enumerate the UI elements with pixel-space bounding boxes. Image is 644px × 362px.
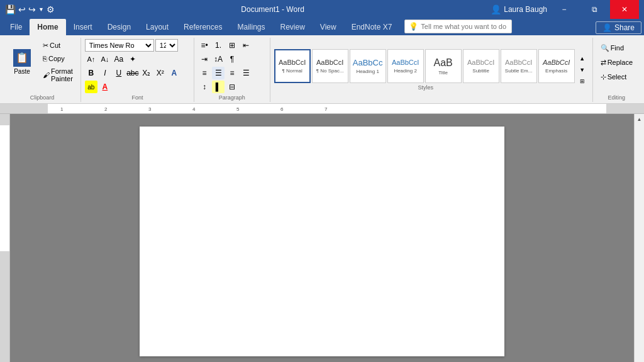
style-subtitle[interactable]: AaBbCcI Subtitle bbox=[463, 49, 499, 83]
qat-dropdown-icon[interactable]: ▼ bbox=[38, 6, 44, 13]
shading-button[interactable]: ▌ bbox=[212, 81, 225, 93]
style-normal-preview: AaBbCcI bbox=[279, 59, 306, 67]
paragraph-label: Paragraph bbox=[198, 93, 266, 101]
bold-button[interactable]: B bbox=[85, 67, 97, 79]
tab-insert[interactable]: Insert bbox=[66, 19, 100, 35]
multilevel-list-button[interactable]: ⊞ bbox=[226, 39, 238, 52]
restore-button[interactable]: ⧉ bbox=[580, 0, 609, 19]
show-formatting-button[interactable]: ¶ bbox=[226, 53, 238, 65]
paste-button[interactable]: 📋 Paste bbox=[8, 39, 36, 84]
italic-button[interactable]: I bbox=[99, 67, 111, 79]
copy-button[interactable]: ⎘ Copy bbox=[39, 52, 77, 65]
tab-mailings[interactable]: Mailings bbox=[230, 19, 272, 35]
scroll-up-arrow[interactable]: ▲ bbox=[635, 114, 645, 124]
align-left-button[interactable]: ≡ bbox=[198, 67, 211, 79]
tell-me-input[interactable] bbox=[421, 23, 508, 30]
tell-me-box[interactable]: 💡 bbox=[404, 20, 512, 33]
undo-icon[interactable]: ↩ bbox=[18, 4, 26, 14]
horizontal-ruler: 1 2 3 4 5 6 7 bbox=[10, 104, 644, 113]
select-button[interactable]: ⊹ Select bbox=[597, 71, 631, 83]
styles-scroll-up-button[interactable]: ▲ bbox=[576, 53, 589, 64]
style-emphasis-preview: AaBbCcI bbox=[543, 59, 570, 67]
align-right-button[interactable]: ≡ bbox=[226, 67, 238, 79]
font-size-select[interactable]: 12 bbox=[155, 39, 178, 52]
paste-label: Paste bbox=[14, 68, 30, 75]
cut-button[interactable]: ✂ Cut bbox=[39, 39, 77, 52]
change-case-button[interactable]: Aa bbox=[113, 53, 125, 65]
vertical-scrollbar[interactable]: ▲ ▼ bbox=[634, 114, 644, 362]
tab-home[interactable]: Home bbox=[30, 19, 65, 35]
style-subtle-em[interactable]: AaBbCcI Subtle Em... bbox=[501, 49, 537, 83]
svg-text:4: 4 bbox=[192, 106, 196, 112]
share-icon: 👤 bbox=[602, 23, 612, 32]
strikethrough-button[interactable]: abc bbox=[126, 67, 139, 79]
window-title: Document1 - Word bbox=[55, 5, 491, 14]
clipboard-label: Clipboard bbox=[8, 93, 77, 101]
style-heading2[interactable]: AaBbCcI Heading 2 bbox=[387, 49, 424, 83]
tab-layout[interactable]: Layout bbox=[138, 19, 176, 35]
styles-scroll-down-button[interactable]: ▼ bbox=[576, 64, 589, 76]
border-button[interactable]: ⊟ bbox=[226, 81, 238, 93]
format-painter-icon: 🖌 bbox=[43, 71, 50, 79]
underline-button[interactable]: U bbox=[113, 67, 125, 79]
tab-references[interactable]: References bbox=[176, 19, 230, 35]
tab-endnote[interactable]: EndNote X7 bbox=[344, 19, 400, 35]
replace-label: Replace bbox=[608, 59, 633, 66]
styles-group: AaBbCcI ¶ Normal AaBbCcI ¶ No Spac... Aa… bbox=[270, 38, 593, 102]
style-heading1[interactable]: AaBbCc Heading 1 bbox=[350, 49, 386, 83]
svg-rect-7 bbox=[0, 125, 9, 251]
lightbulb-icon: 💡 bbox=[409, 22, 418, 31]
text-effects-button[interactable]: A bbox=[168, 67, 180, 79]
save-icon[interactable]: 💾 bbox=[5, 4, 16, 14]
document-page[interactable] bbox=[140, 127, 504, 356]
replace-button[interactable]: ⇄ Replace bbox=[597, 56, 636, 69]
quick-access-toolbar[interactable]: 💾 ↩ ↪ ▼ ⚙ bbox=[5, 4, 55, 14]
share-button[interactable]: 👤 Share bbox=[596, 21, 641, 34]
tab-review[interactable]: Review bbox=[272, 19, 312, 35]
style-title[interactable]: AaB Title bbox=[425, 49, 462, 83]
subscript-button[interactable]: X₂ bbox=[140, 67, 153, 79]
sort-button[interactable]: ↕A bbox=[212, 53, 225, 65]
style-no-spacing-preview: AaBbCcI bbox=[316, 59, 343, 67]
numbering-button[interactable]: 1. bbox=[212, 39, 225, 52]
line-spacing-button[interactable]: ↕ bbox=[198, 81, 211, 93]
font-color-button[interactable]: A bbox=[99, 81, 111, 93]
style-subtle-em-label: Subtle Em... bbox=[505, 68, 533, 74]
tab-file[interactable]: File bbox=[3, 19, 30, 35]
find-label: Find bbox=[611, 44, 624, 52]
bullets-button[interactable]: ≡• bbox=[198, 39, 211, 52]
styles-label: Styles bbox=[274, 83, 575, 91]
style-no-spacing-label: ¶ No Spac... bbox=[316, 68, 344, 74]
redo-icon[interactable]: ↪ bbox=[28, 4, 36, 14]
paragraph-group: ≡• 1. ⊞ ⇤ ⇥ ↕A ¶ ≡ ☰ ≡ ☰ ↕ ▌ ⊟ Paragraph bbox=[194, 38, 270, 102]
style-emphasis[interactable]: AaBbCcI Emphasis bbox=[538, 49, 575, 83]
font-name-select[interactable]: Times New Ro bbox=[85, 39, 154, 52]
svg-text:5: 5 bbox=[236, 106, 240, 112]
style-normal[interactable]: AaBbCcI ¶ Normal bbox=[274, 49, 311, 83]
format-painter-button[interactable]: 🖌 Format Painter bbox=[39, 65, 77, 84]
user-area: 👤 Laura Baugh − ⧉ ✕ bbox=[491, 0, 639, 19]
style-subtle-em-preview: AaBbCcI bbox=[505, 59, 532, 67]
align-center-button[interactable]: ☰ bbox=[212, 67, 225, 79]
font-label: Font bbox=[85, 93, 190, 101]
minimize-button[interactable]: − bbox=[550, 0, 579, 19]
clear-formatting-button[interactable]: ✦ bbox=[126, 53, 139, 65]
scroll-track[interactable] bbox=[635, 124, 644, 359]
increase-indent-button[interactable]: ⇥ bbox=[198, 53, 211, 65]
window-controls[interactable]: − ⧉ ✕ bbox=[550, 0, 639, 19]
tab-design[interactable]: Design bbox=[100, 19, 138, 35]
superscript-button[interactable]: X² bbox=[154, 67, 167, 79]
styles-expand-button[interactable]: ⊞ bbox=[576, 76, 589, 87]
increase-font-size-button[interactable]: A↑ bbox=[85, 53, 97, 65]
decrease-indent-button[interactable]: ⇤ bbox=[240, 39, 252, 52]
justify-button[interactable]: ☰ bbox=[240, 67, 252, 79]
customize-icon[interactable]: ⚙ bbox=[47, 4, 55, 14]
style-heading1-label: Heading 1 bbox=[356, 69, 379, 74]
close-button[interactable]: ✕ bbox=[610, 0, 639, 19]
tab-view[interactable]: View bbox=[313, 19, 344, 35]
text-highlight-button[interactable]: ab bbox=[85, 81, 97, 93]
style-no-spacing[interactable]: AaBbCcI ¶ No Spac... bbox=[312, 49, 348, 83]
find-button[interactable]: 🔍 Find bbox=[597, 42, 628, 54]
scroll-down-arrow[interactable]: ▼ bbox=[635, 359, 645, 362]
decrease-font-size-button[interactable]: A↓ bbox=[99, 53, 111, 65]
